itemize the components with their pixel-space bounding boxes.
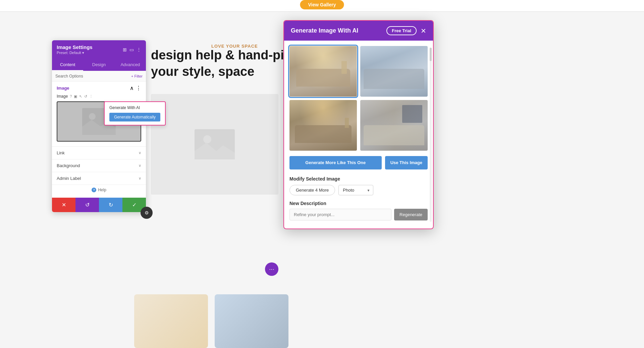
- description-input[interactable]: [289, 209, 391, 220]
- ai-image-1[interactable]: [289, 46, 357, 97]
- desc-input-row: Regenerate: [289, 209, 428, 220]
- gallery-button[interactable]: View Gallery: [300, 0, 344, 9]
- regenerate-button[interactable]: Regenerate: [394, 209, 428, 220]
- reset-icon[interactable]: ↺: [84, 94, 87, 99]
- style-select[interactable]: Photo Illustration Painting Sketch: [338, 185, 373, 195]
- panel-search-row: Search Options + Filter: [52, 71, 146, 82]
- settings-corner-icon[interactable]: ⚙: [141, 207, 153, 219]
- ai-modal-header: Generate Image With AI Free Trial ✕: [284, 21, 433, 41]
- panel-icon-grid[interactable]: ⊞: [123, 47, 127, 52]
- generate-popup-title: Generate With AI: [109, 105, 160, 110]
- ai-modal: Generate Image With AI Free Trial ✕: [283, 20, 434, 229]
- panel-bottom-bar: ✕ ↺ ↻ ✓: [52, 198, 146, 212]
- image-label: Image: [57, 94, 68, 99]
- help-circle-icon: ?: [92, 188, 96, 192]
- free-trial-badge[interactable]: Free Trial: [386, 26, 417, 35]
- help-icon[interactable]: ?: [70, 94, 72, 98]
- modal-scrollbar-thumb[interactable]: [430, 48, 432, 61]
- frame-icon[interactable]: ▣: [74, 94, 77, 99]
- cancel-button[interactable]: ✕: [52, 198, 75, 212]
- admin-label-accordion: Admin Label ∨: [52, 172, 146, 185]
- ai-modal-body: Generate More Like This One Use This Ima…: [284, 41, 433, 229]
- background-chevron: ∨: [139, 163, 141, 168]
- panel-tabs: Content Design Advanced: [52, 59, 146, 71]
- bottom-thumbnails: [134, 294, 288, 348]
- search-label: Search Options: [55, 74, 131, 79]
- panel-help: ? Help: [52, 185, 146, 195]
- image-section-title: Image: [57, 86, 69, 91]
- use-image-button[interactable]: Use This Image: [385, 156, 428, 170]
- image-settings-panel: Image Settings Preset: Default ▾ ⊞ ▭ ⋮ C…: [52, 40, 146, 212]
- panel-preset[interactable]: Preset: Default ▾: [57, 51, 93, 55]
- svg-point-3: [89, 113, 96, 120]
- modify-section: Modify Selected Image Generate 4 More Ph…: [289, 176, 428, 195]
- undo-button[interactable]: ↺: [75, 198, 99, 212]
- tab-design[interactable]: Design: [83, 59, 114, 71]
- hero-text: design help & hand-picke your style, spa…: [151, 47, 305, 80]
- thumbnail-kitchen: [215, 294, 288, 348]
- ai-image-4[interactable]: [360, 100, 428, 151]
- link-title: Link: [57, 150, 65, 155]
- modal-scrollbar-track[interactable]: [430, 48, 432, 222]
- generate-automatically-button[interactable]: Generate Automatically: [109, 113, 160, 121]
- panel-header-icons: ⊞ ▭ ⋮: [123, 47, 141, 52]
- modal-close-button[interactable]: ✕: [421, 28, 426, 34]
- thumbnail-vase: [134, 294, 208, 348]
- ai-image-grid: [289, 46, 428, 151]
- panel-header: Image Settings Preset: Default ▾ ⊞ ▭ ⋮: [52, 40, 146, 59]
- tab-advanced[interactable]: Advanced: [115, 59, 146, 71]
- chat-icon: ⋯: [269, 266, 274, 272]
- section-icon-plus[interactable]: ⋮: [136, 85, 141, 91]
- chat-bubble-button[interactable]: ⋯: [265, 262, 278, 276]
- ai-image-2[interactable]: [360, 46, 428, 97]
- section-icon-expand[interactable]: ∧: [130, 85, 134, 91]
- modify-controls: Generate 4 More Photo Illustration Paint…: [289, 185, 428, 195]
- image-label-row: Image ? ▣ ↖ ↺ ⋮: [57, 94, 141, 99]
- admin-label-accordion-header[interactable]: Admin Label ∨: [52, 172, 146, 185]
- new-description-section: New Description Regenerate: [289, 201, 428, 220]
- generate-more-button[interactable]: Generate More Like This One: [289, 156, 382, 170]
- background-accordion-header[interactable]: Background ∨: [52, 159, 146, 172]
- panel-title: Image Settings: [57, 44, 93, 50]
- top-bar: View Gallery: [0, 0, 644, 12]
- link-accordion: Link ∨: [52, 147, 146, 159]
- modify-title: Modify Selected Image: [289, 176, 428, 182]
- generate-with-ai-popup: Generate With AI Generate Automatically: [104, 101, 166, 126]
- tab-content[interactable]: Content: [52, 59, 83, 71]
- admin-label-chevron: ∨: [139, 176, 141, 181]
- cursor-icon[interactable]: ↖: [79, 94, 82, 99]
- link-accordion-header[interactable]: Link ∨: [52, 147, 146, 159]
- ai-modal-title: Generate Image With AI: [291, 27, 358, 34]
- more-icon[interactable]: ⋮: [89, 94, 93, 99]
- new-desc-title: New Description: [289, 201, 428, 206]
- lamp-shape-1: [341, 61, 347, 74]
- help-text[interactable]: Help: [98, 188, 106, 192]
- panel-icon-window[interactable]: ▭: [129, 47, 134, 52]
- filter-button[interactable]: + Filter: [131, 74, 143, 78]
- panel-icon-dots[interactable]: ⋮: [137, 47, 141, 52]
- background-accordion: Background ∨: [52, 159, 146, 172]
- action-buttons: Generate More Like This One Use This Ima…: [289, 156, 428, 170]
- sofa-shape-2: [364, 69, 424, 89]
- sofa-shape-3: [295, 125, 352, 143]
- lamp-shape-3: [345, 118, 349, 128]
- background-title: Background: [57, 163, 80, 168]
- link-chevron: ∨: [139, 151, 141, 155]
- svg-point-1: [203, 135, 211, 143]
- ai-image-3[interactable]: [289, 100, 357, 151]
- bg-image-placeholder: [151, 94, 278, 195]
- admin-label-title: Admin Label: [57, 176, 81, 181]
- sofa-shape-4: [364, 125, 424, 145]
- redo-button[interactable]: ↻: [99, 198, 122, 212]
- tv-shape: [402, 105, 422, 123]
- generate-4-button[interactable]: Generate 4 More: [289, 185, 335, 195]
- style-select-wrapper: Photo Illustration Painting Sketch: [338, 185, 373, 195]
